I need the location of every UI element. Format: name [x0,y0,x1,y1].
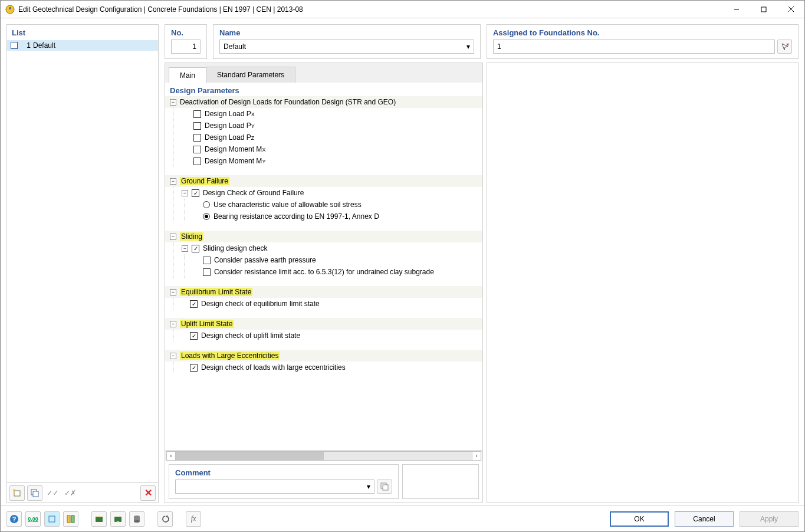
parameters-column: Main Standard Parameters Design Paramete… [165,63,483,503]
group-sliding: − Sliding [165,231,482,242]
group-ground-failure: − Ground Failure [165,175,482,187]
group-uplift: − Uplift Limit State [165,318,482,330]
apply-button[interactable]: Apply [740,511,799,527]
header-row: No. Name Default ▾ Assigned to Foundatio… [165,24,799,59]
radio-bearing-en1997[interactable]: Bearing resistance according to EN 1997-… [185,211,482,222]
collapse-icon[interactable]: − [170,234,176,240]
view2-button[interactable] [63,511,78,527]
checkbox-undrained-clay[interactable]: Consider resistance limit acc. to 6.5.3(… [185,266,482,278]
units-button[interactable]: 0,00 [25,511,41,527]
cancel-button[interactable]: Cancel [675,511,734,527]
collapse-icon[interactable]: − [182,190,188,196]
scroll-left-icon[interactable]: ‹ [166,451,176,461]
scroll-right-icon[interactable]: › [472,451,481,461]
help-button[interactable]: ? [6,511,22,527]
copy-item-button[interactable] [27,485,42,501]
tab-standard-parameters[interactable]: Standard Parameters [206,67,295,83]
group-sliding-label: Sliding [180,232,203,241]
group-eccentricities-label: Loads with Large Eccentricities [180,352,280,360]
function-button[interactable]: fx [186,511,201,527]
comment-box: Comment ▾ [169,464,399,499]
view1-button[interactable] [44,511,60,527]
close-button[interactable] [777,1,804,18]
content-area: List 1 Default ✓✓ ✓✗ ✕ [1,18,804,505]
list-item-number: 1 [21,41,31,50]
svg-rect-16 [49,516,55,522]
svg-rect-19 [96,517,103,522]
left-panel: List 1 Default ✓✓ ✓✗ ✕ [6,24,159,503]
list-item[interactable]: 1 Default [7,40,158,51]
window-root: Edit Geotechnical Design Configuration |… [0,0,805,532]
comment-saved-button[interactable] [377,480,392,494]
design-parameters-title: Design Parameters [165,83,482,96]
list-item-checkbox[interactable] [11,42,18,49]
tab-bar: Main Standard Parameters [165,63,482,83]
scroll-thumb[interactable] [176,452,324,460]
comment-select[interactable]: ▾ [175,480,374,494]
group-equilibrium-label: Equilibrium Limit State [180,288,252,296]
window-title: Edit Geotechnical Design Configuration |… [18,5,723,14]
svg-point-1 [9,6,11,9]
group-eccentricities: − Loads with Large Eccentricities [165,350,482,362]
right-panel: No. Name Default ▾ Assigned to Foundatio… [165,24,799,503]
minimize-button[interactable] [723,1,750,18]
svg-rect-9 [33,491,38,497]
no-label: No. [171,28,201,37]
assigned-field[interactable] [493,40,775,54]
chevron-down-icon: ▾ [466,42,470,51]
chevron-down-icon: ▾ [367,482,370,491]
import-button[interactable] [91,511,107,527]
checkbox-sliding[interactable]: −✓Sliding design check [173,242,482,254]
checkbox-my[interactable]: Design Moment MY [173,155,482,167]
radio-char-stress[interactable]: Use characteristic value of allowable so… [185,199,482,211]
collapse-icon[interactable]: − [170,321,176,327]
checkbox-ground-failure[interactable]: −✓Design Check of Ground Failure [173,187,482,199]
assigned-label: Assigned to Foundations No. [493,28,792,37]
collapse-icon[interactable]: − [182,245,188,252]
checkbox-px[interactable]: Design Load PX [173,108,482,120]
collapse-icon[interactable]: − [170,178,176,185]
name-select[interactable]: Default ▾ [219,40,474,54]
ok-button[interactable]: OK [610,511,669,527]
database-button[interactable] [129,511,144,527]
uncheck-all-button[interactable]: ✓✗ [63,485,78,501]
pick-foundation-button[interactable] [777,40,792,54]
group-deactivation-label: Deactivation of Design Loads for Foundat… [180,98,396,106]
svg-rect-13 [383,485,388,490]
list-heading: List [7,25,158,40]
comment-label: Comment [175,468,392,477]
list-toolbar: ✓✓ ✓✗ ✕ [7,482,158,503]
name-value: Default [224,42,246,51]
delete-item-button[interactable]: ✕ [140,485,156,501]
export-button[interactable] [110,511,126,527]
footer-toolbar: ? 0,00 fx [6,511,201,527]
collapse-icon[interactable]: − [170,99,176,106]
checkbox-equilibrium[interactable]: ✓Design check of equilibrium limit state [173,298,482,310]
parameters-tree: Design Parameters − Deactivation of Desi… [165,83,482,450]
tab-main[interactable]: Main [169,67,206,83]
group-deactivation: − Deactivation of Design Loads for Found… [165,96,482,108]
collapse-icon[interactable]: − [170,289,176,295]
new-item-button[interactable] [9,485,25,501]
assigned-box: Assigned to Foundations No. [487,24,799,59]
scroll-track[interactable] [175,451,472,461]
checkbox-passive-earth[interactable]: Consider passive earth pressure [185,254,482,266]
checkbox-py[interactable]: Design Load PY [173,120,482,132]
preview-column [487,63,799,503]
svg-rect-6 [14,491,20,496]
group-uplift-label: Uplift Limit State [180,320,234,328]
check-all-button[interactable]: ✓✓ [45,485,60,501]
checkbox-uplift[interactable]: ✓Design check of uplift limit state [173,330,482,341]
checkbox-pz[interactable]: Design Load PZ [173,132,482,143]
reset-button[interactable] [157,511,173,527]
checkbox-eccentricities[interactable]: ✓Design check of loads with large eccent… [173,362,482,373]
maximize-button[interactable] [750,1,777,18]
app-icon [5,5,15,14]
collapse-icon[interactable]: − [170,353,176,359]
svg-rect-3 [761,7,766,12]
checkbox-mx[interactable]: Design Moment MX [173,143,482,155]
horizontal-scrollbar[interactable]: ‹ › [165,450,482,461]
group-ground-failure-label: Ground Failure [180,177,229,185]
main-area: Main Standard Parameters Design Paramete… [165,63,799,503]
no-field[interactable] [171,40,201,54]
